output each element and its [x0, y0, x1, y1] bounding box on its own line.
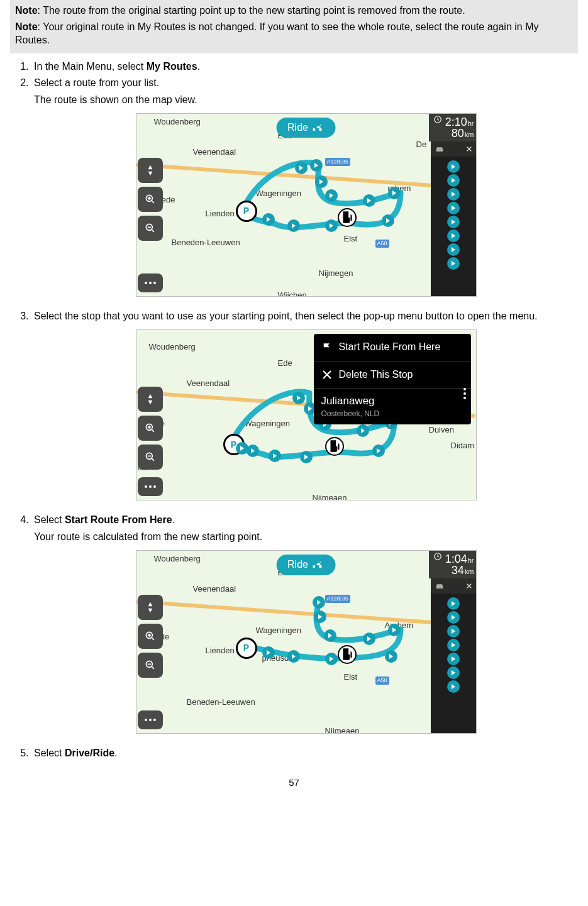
car-icon: [435, 581, 445, 591]
route-stop-icon[interactable]: [262, 213, 275, 226]
orient-button[interactable]: [138, 595, 163, 620]
map-label: Ede: [278, 358, 292, 369]
route-info-panel: 1:04hr 34km: [431, 551, 476, 733]
map-label: Wageningen: [256, 188, 302, 199]
start-point-icon[interactable]: P: [236, 638, 257, 659]
zoom-in-button[interactable]: [138, 187, 163, 212]
start-route-here-item[interactable]: Start Route From Here: [314, 334, 471, 361]
route-bar-stop: [447, 257, 460, 270]
route-stop-icon[interactable]: [300, 451, 313, 463]
route-bar-stop: [447, 680, 460, 693]
orient-button[interactable]: [138, 158, 163, 183]
close-icon[interactable]: [466, 146, 472, 152]
popup-more-icon[interactable]: [463, 388, 466, 399]
manual-page: Note: The route from the original starti…: [0, 0, 588, 807]
step-2: Select a route from your list. The route…: [31, 75, 578, 308]
route-stop-icon[interactable]: [385, 650, 397, 663]
zoom-in-button[interactable]: [138, 624, 163, 649]
note-2: Note: Your original route in My Routes i…: [15, 20, 573, 47]
route-stop-icon[interactable]: [372, 445, 385, 457]
orient-button[interactable]: [138, 387, 163, 412]
fuel-poi-icon[interactable]: [325, 437, 344, 456]
start-point-icon[interactable]: P: [236, 201, 257, 222]
ride-button[interactable]: Ride: [276, 555, 336, 575]
route-bar-stop: [447, 174, 460, 187]
map-label: Veenendaal: [193, 146, 236, 158]
route-bar-stop: [447, 216, 460, 228]
step-5: Select Drive/Ride.: [31, 745, 578, 761]
route-stop-icon[interactable]: [287, 650, 300, 663]
more-button[interactable]: [138, 710, 163, 729]
route-bar-stop: [447, 611, 460, 624]
road-tag: A50: [375, 677, 389, 685]
clock-icon: [433, 552, 442, 561]
map-label: Veenendaal: [193, 583, 236, 595]
close-icon[interactable]: [466, 583, 472, 589]
route-bar-stop: [447, 666, 460, 679]
steps-list: In the Main Menu, select My Routes. Sele…: [10, 58, 578, 762]
route-stop-icon[interactable]: [382, 214, 394, 227]
route-stop-icon[interactable]: [314, 610, 326, 623]
route-stop-icon[interactable]: [292, 392, 305, 404]
route-stop-icon[interactable]: [236, 442, 248, 455]
route-stop-icon[interactable]: [325, 189, 338, 202]
map-label: Wiichen: [278, 290, 307, 297]
map-label: Wageningen: [256, 625, 302, 636]
route-stop-icon[interactable]: [315, 175, 328, 188]
clock-icon: [433, 115, 442, 124]
map-label: Elst: [344, 671, 358, 683]
map-label: Elst: [344, 233, 358, 245]
map-label: Woudenberg: [154, 116, 201, 128]
nav-screenshot-1: Woudenberg Veenendaal Ede Duurstede Lien…: [136, 113, 477, 297]
route-stop-icon[interactable]: [247, 445, 259, 457]
map-label: Didam: [451, 440, 475, 451]
route-stop-icon[interactable]: [363, 633, 375, 645]
step-1: In the Main Menu, select My Routes.: [31, 58, 578, 75]
route-stop-icon[interactable]: [363, 194, 375, 207]
route-bar[interactable]: [431, 594, 476, 733]
route-stop-icon[interactable]: [310, 159, 323, 172]
route-stop-icon[interactable]: [325, 653, 338, 665]
route-bar-stop: [447, 625, 460, 638]
route-stop-icon[interactable]: [287, 219, 300, 232]
more-button[interactable]: [138, 477, 163, 496]
map-controls: [138, 158, 163, 241]
zoom-out-button[interactable]: [138, 445, 163, 470]
nav-screenshot-2: Woudenberg Ede Veenendaal urstede Wageni…: [136, 329, 477, 500]
map-label: Niimeaen: [313, 492, 347, 500]
route-bar-stop: [447, 160, 460, 173]
figure-2: Woudenberg Ede Veenendaal urstede Wageni…: [34, 329, 578, 500]
route-stop-icon[interactable]: [313, 596, 325, 609]
route-stop-icon[interactable]: [357, 424, 369, 437]
map-label: Wageningen: [245, 418, 291, 429]
zoom-out-button[interactable]: [138, 216, 163, 241]
route-stop-icon[interactable]: [388, 624, 401, 636]
info-icons-row: [431, 578, 476, 594]
map-label: Beneden-Leeuwen: [172, 237, 240, 248]
note-1: Note: The route from the original starti…: [15, 4, 573, 18]
flag-icon: [321, 342, 333, 353]
delete-stop-item[interactable]: Delete This Stop: [314, 362, 471, 389]
route-stop-icon[interactable]: [324, 629, 336, 642]
page-number: 57: [10, 777, 578, 788]
route-bar-stop: [447, 229, 460, 242]
route-bar-stop: [447, 639, 460, 651]
ride-button[interactable]: Ride: [276, 118, 336, 138]
fuel-poi-icon[interactable]: [338, 645, 357, 664]
zoom-out-button[interactable]: [138, 653, 163, 678]
route-stop-icon[interactable]: [325, 219, 338, 232]
map-controls: [138, 595, 163, 678]
more-button[interactable]: [138, 273, 163, 292]
route-bar[interactable]: [431, 157, 476, 296]
route-stop-icon[interactable]: [269, 450, 281, 462]
figure-1: Woudenberg Veenendaal Ede Duurstede Lien…: [34, 113, 578, 297]
stop-location-label[interactable]: Julianaweg Oosterbeek, NLD: [314, 389, 471, 424]
route-stop-icon[interactable]: [262, 646, 275, 659]
motorcycle-icon: [313, 122, 325, 133]
route-stop-icon[interactable]: [388, 187, 401, 199]
step-3: Select the stop that you want to use as …: [31, 308, 578, 512]
route-stop-icon[interactable]: [295, 162, 308, 174]
fuel-poi-icon[interactable]: [338, 208, 357, 227]
zoom-in-button[interactable]: [138, 416, 163, 441]
figure-3: Woudenberg Veenendaal Ede uurstede Liend…: [34, 550, 578, 734]
